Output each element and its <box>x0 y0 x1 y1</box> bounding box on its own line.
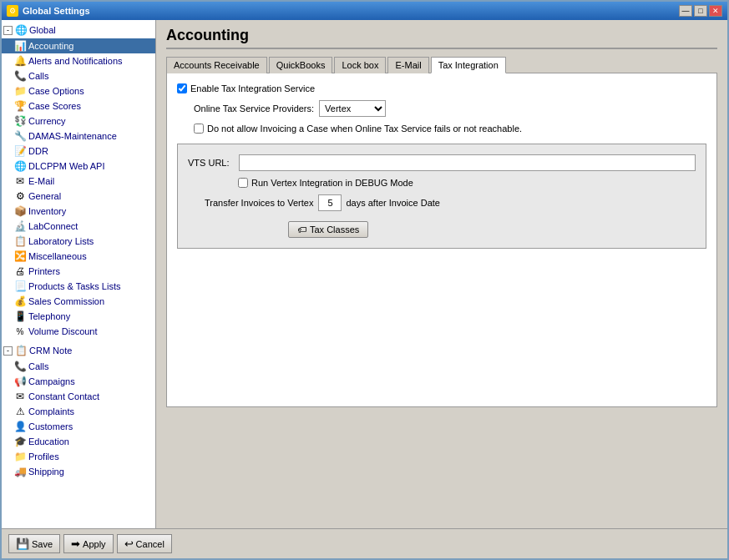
education-icon: 🎓 <box>13 435 27 448</box>
debug-checkbox[interactable] <box>238 178 248 188</box>
provider-dropdown[interactable]: Vertex Avalara <box>319 100 386 117</box>
crm-expand[interactable]: - <box>3 346 13 356</box>
main-window: ⚙ Global Settings — □ ✕ - 🌐 Global 📊 Acc… <box>0 0 729 560</box>
content-panel: Enable Tax Integration Service Online Ta… <box>166 73 717 407</box>
crm-label: CRM Note <box>29 346 72 356</box>
global-root: - 🌐 Global <box>2 22 155 38</box>
inventory-icon: 📦 <box>13 204 27 218</box>
apply-icon: ➡ <box>71 537 80 550</box>
cancel-button[interactable]: ↩ Cancel <box>117 534 172 553</box>
maximize-button[interactable]: □ <box>694 5 707 17</box>
sidebar-item-customers[interactable]: 👤 Customers <box>2 419 155 434</box>
transfer-days-input[interactable] <box>318 194 342 211</box>
enable-label[interactable]: Enable Tax Integration Service <box>177 83 315 93</box>
email-icon: ✉ <box>13 174 27 188</box>
misc-icon: 🔀 <box>13 250 27 263</box>
tab-lockbox[interactable]: Lock box <box>334 57 386 73</box>
profiles-icon: 📁 <box>13 450 27 463</box>
sidebar-item-printers[interactable]: 🖨 Printers <box>2 264 155 279</box>
tab-quickbooks[interactable]: QuickBooks <box>269 57 333 73</box>
sidebar-item-currency[interactable]: 💱 Currency <box>2 114 155 129</box>
tabs-container: Accounts Receivable QuickBooks Lock box … <box>166 56 717 73</box>
sidebar-item-campaigns[interactable]: 📢 Campaigns <box>2 374 155 389</box>
no-invoice-label[interactable]: Do not allow Invoicing a Case when Onlin… <box>194 124 522 134</box>
tax-classes-button[interactable]: 🏷 Tax Classes <box>288 221 368 238</box>
close-button[interactable]: ✕ <box>709 5 722 17</box>
title-bar-left: ⚙ Global Settings <box>7 5 90 17</box>
sidebar-item-damas[interactable]: 🔧 DAMAS-Maintenance <box>2 129 155 144</box>
sidebar-item-ddr[interactable]: 📝 DDR <box>2 144 155 159</box>
sidebar-item-complaints[interactable]: ⚠ Complaints <box>2 404 155 419</box>
case-options-icon: 📁 <box>13 84 27 98</box>
save-label: Save <box>32 539 53 549</box>
sidebar-item-email[interactable]: ✉ E-Mail <box>2 174 155 189</box>
debug-row: Run Vertex Integration in DEBUG Mode <box>238 178 696 188</box>
save-button[interactable]: 💾 Save <box>8 534 60 553</box>
products-icon: 📃 <box>13 280 27 293</box>
cancel-label: Cancel <box>136 539 165 549</box>
global-icon: 🌐 <box>14 23 28 37</box>
sidebar-item-calls[interactable]: 📞 Calls <box>2 68 155 83</box>
crm-icon: 📋 <box>14 344 28 357</box>
no-invoice-checkbox[interactable] <box>194 124 204 134</box>
sidebar-item-shipping[interactable]: 🚚 Shipping <box>2 464 155 479</box>
provider-group: Online Tax Service Providers: Vertex Ava… <box>194 100 706 117</box>
tab-accounts-receivable[interactable]: Accounts Receivable <box>166 57 267 73</box>
campaigns-icon: 📢 <box>13 375 27 388</box>
minimize-button[interactable]: — <box>679 5 692 17</box>
main-content: Accounting Accounts Receivable QuickBook… <box>156 20 727 528</box>
ddr-icon: 📝 <box>13 144 27 158</box>
vts-url-input[interactable] <box>239 154 696 171</box>
customers-icon: 👤 <box>13 420 27 433</box>
sidebar-item-lab-lists[interactable]: 📋 Laboratory Lists <box>2 234 155 249</box>
enable-row: Enable Tax Integration Service <box>177 83 706 93</box>
constant-contact-icon: ✉ <box>13 390 27 403</box>
telephony-icon: 📱 <box>13 310 27 323</box>
transfer-row: Transfer Invoices to Vertex days after I… <box>205 194 696 211</box>
sidebar-item-accounting[interactable]: 📊 Accounting <box>2 38 155 53</box>
labconnect-icon: 🔬 <box>13 219 27 233</box>
alerts-icon: 🔔 <box>13 54 27 68</box>
sidebar-item-labconnect[interactable]: 🔬 LabConnect <box>2 219 155 234</box>
sidebar-item-misc[interactable]: 🔀 Miscellaneous <box>2 249 155 264</box>
provider-label: Online Tax Service Providers: <box>194 103 314 114</box>
sidebar-item-profiles[interactable]: 📁 Profiles <box>2 449 155 464</box>
damas-icon: 🔧 <box>13 129 27 143</box>
sidebar-item-inventory[interactable]: 📦 Inventory <box>2 204 155 219</box>
sidebar-item-dlcppm[interactable]: 🌐 DLCPPM Web API <box>2 159 155 174</box>
sidebar-item-constant-contact[interactable]: ✉ Constant Contact <box>2 389 155 404</box>
global-expand[interactable]: - <box>3 26 13 35</box>
vts-url-label: VTS URL: <box>188 158 234 168</box>
case-scores-icon: 🏆 <box>13 99 27 113</box>
accounting-icon: 📊 <box>13 39 27 53</box>
sidebar-item-education[interactable]: 🎓 Education <box>2 434 155 449</box>
apply-label: Apply <box>83 539 106 549</box>
global-label: Global <box>29 25 56 35</box>
tab-tax-integration[interactable]: Tax Integration <box>431 57 506 73</box>
sales-icon: 💰 <box>13 295 27 308</box>
sidebar-item-case-scores[interactable]: 🏆 Case Scores <box>2 98 155 114</box>
page-title: Accounting <box>166 27 717 49</box>
sidebar-item-volume[interactable]: % Volume Discount <box>2 324 155 339</box>
window-icon: ⚙ <box>7 5 18 17</box>
sidebar-item-telephony[interactable]: 📱 Telephony <box>2 309 155 324</box>
sidebar-item-case-options[interactable]: 📁 Case Options <box>2 83 155 98</box>
title-bar: ⚙ Global Settings — □ ✕ <box>2 2 727 20</box>
no-invoice-row: Do not allow Invoicing a Case when Onlin… <box>194 124 706 134</box>
sidebar: - 🌐 Global 📊 Accounting 🔔 Alerts and Not… <box>2 20 156 528</box>
window-body: - 🌐 Global 📊 Accounting 🔔 Alerts and Not… <box>2 20 727 528</box>
sidebar-item-general[interactable]: ⚙ General <box>2 189 155 204</box>
sidebar-item-crm-calls[interactable]: 📞 Calls <box>2 359 155 374</box>
tab-email[interactable]: E-Mail <box>387 57 428 73</box>
currency-icon: 💱 <box>13 114 27 128</box>
transfer-suffix: days after Invoice Date <box>346 198 440 208</box>
title-buttons: — □ ✕ <box>679 5 722 17</box>
enable-checkbox[interactable] <box>177 83 187 93</box>
sidebar-item-sales[interactable]: 💰 Sales Commission <box>2 294 155 309</box>
debug-label[interactable]: Run Vertex Integration in DEBUG Mode <box>238 178 413 188</box>
sidebar-item-products[interactable]: 📃 Products & Tasks Lists <box>2 279 155 294</box>
cancel-icon: ↩ <box>124 537 134 550</box>
apply-button[interactable]: ➡ Apply <box>63 534 114 553</box>
transfer-label: Transfer Invoices to Vertex <box>205 198 313 208</box>
sidebar-item-alerts[interactable]: 🔔 Alerts and Notifications <box>2 53 155 68</box>
